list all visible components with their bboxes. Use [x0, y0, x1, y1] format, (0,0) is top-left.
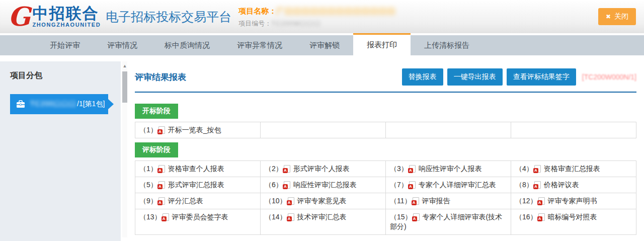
report-cell[interactable]: （1）开标一览表_按包 [135, 122, 261, 138]
pdf-icon[interactable] [284, 165, 290, 173]
project-name-value-redacted: 广口口口口口口口口口口口口口 [276, 7, 396, 15]
platform-title: 电子招标投标交易平台 [106, 9, 231, 25]
sidebar-title: 项目分包 [0, 61, 121, 81]
tab-review-status[interactable]: 评审情况 [94, 35, 151, 55]
report-cell[interactable]: （14）技术评审汇总表 [261, 209, 386, 235]
pdf-icon[interactable] [163, 213, 169, 221]
pdf-icon[interactable] [534, 165, 541, 173]
report-grid-evaluation: （1）资格审查个人报表（2）形式评审个人报表（3）响应性评审个人报表（4）资格审… [135, 160, 636, 235]
brand-name-en: ZHONGZHAOUNITED [32, 22, 101, 28]
main-header: 评审结果报表 替换报表 一键导出报表 查看评标结果签字 [TC200W000N/… [135, 61, 636, 93]
section-evaluation-stage: 评标阶段 （1）资格审查个人报表（2）形式评审个人报表（3）响应性评审个人报表（… [135, 142, 636, 235]
report-cell[interactable]: （7）专家个人详细评审汇总表 [386, 177, 511, 193]
report-cell[interactable]: （12）评审专家声明书 [511, 193, 636, 209]
report-number: （13） [139, 213, 162, 221]
logo-g-icon: G [8, 5, 30, 29]
report-name[interactable]: 开标一览表_按包 [168, 126, 221, 134]
package-label: /1[第1包] [77, 100, 105, 109]
report-cell[interactable]: （3）响应性评审个人报表 [386, 161, 511, 177]
pdf-icon[interactable] [158, 197, 165, 205]
report-number: （16） [515, 213, 537, 221]
report-name[interactable]: 评审专家声明书 [548, 197, 597, 205]
report-name[interactable]: 价格评议表 [544, 181, 579, 189]
report-name[interactable]: 评审专家意见表 [297, 197, 347, 205]
report-cell[interactable]: （9）评分汇总表 [135, 193, 261, 209]
reference-code-redacted: [TC200W000N/1] [582, 73, 636, 81]
report-number: （5） [139, 181, 157, 189]
sidebar-item-package-1[interactable]: TC200口口口 /1[第1包] [10, 94, 108, 114]
tab-review-unlock[interactable]: 评审解锁 [296, 35, 353, 55]
tab-start-review[interactable]: 开始评审 [36, 35, 94, 55]
tab-bar: 开始评审 评审情况 标中质询情况 评审异常情况 评审解锁 报表打印 上传清标报告 [0, 33, 644, 55]
section-badge-opening: 开标阶段 [135, 104, 178, 119]
report-number: （3） [390, 165, 408, 173]
section-opening-stage: 开标阶段 （1）开标一览表_按包 [135, 104, 636, 138]
pdf-icon[interactable] [284, 181, 290, 189]
pdf-icon[interactable] [538, 213, 545, 221]
report-cell[interactable]: （15）专家个人详细评审表(技术部分) [386, 209, 511, 235]
tab-upload-clear-bid-report[interactable]: 上传清标报告 [411, 35, 483, 55]
tab-bid-inquiry-status[interactable]: 标中质询情况 [151, 35, 223, 55]
pdf-icon[interactable] [413, 197, 419, 205]
report-name[interactable]: 评审委员会签字表 [172, 213, 228, 221]
view-signature-button[interactable]: 查看评标结果签字 [507, 68, 576, 86]
pdf-icon[interactable] [288, 197, 294, 205]
report-cell-empty [386, 122, 511, 138]
report-name[interactable]: 专家个人详细评审汇总表 [419, 181, 496, 189]
header-actions: 替换报表 一键导出报表 查看评标结果签字 [TC200W000N/1] [402, 68, 636, 86]
pdf-icon[interactable] [538, 197, 545, 205]
brand-logo: G 中招联合 ZHONGZHAOUNITED 电子招标投标交易平台 [8, 5, 231, 29]
report-number: （15） [390, 213, 412, 221]
report-cell[interactable]: （2）形式评审个人报表 [261, 161, 386, 177]
main-panel: 评审结果报表 替换报表 一键导出报表 查看评标结果签字 [TC200W000N/… [135, 61, 636, 241]
report-number: （2） [265, 165, 283, 173]
report-cell[interactable]: （16）暗标编号对照表 [511, 209, 636, 235]
report-grid-opening: （1）开标一览表_按包 [135, 122, 636, 138]
report-name[interactable]: 响应性评审汇总报表 [293, 181, 357, 189]
report-cell-empty [511, 122, 636, 138]
report-number: （6） [265, 181, 283, 189]
report-cell[interactable]: （13）评审委员会签字表 [135, 209, 261, 235]
report-cell[interactable]: （6）响应性评审汇总报表 [261, 177, 386, 193]
pdf-icon[interactable] [413, 213, 420, 221]
report-name[interactable]: 评分汇总表 [168, 197, 203, 205]
pdf-icon[interactable] [288, 213, 294, 221]
report-name[interactable]: 资格审查汇总报表 [544, 165, 600, 173]
report-cell[interactable]: （5）形式评审汇总报表 [135, 177, 261, 193]
scrollbar-thumb[interactable] [122, 71, 127, 103]
report-cell[interactable]: （8）价格评议表 [511, 177, 636, 193]
pdf-icon[interactable] [158, 126, 165, 134]
export-report-button[interactable]: 一键导出报表 [447, 68, 503, 86]
report-name[interactable]: 响应性评审个人报表 [419, 165, 482, 173]
report-name[interactable]: 形式评审汇总报表 [168, 181, 224, 189]
report-cell[interactable]: （10）评审专家意见表 [261, 193, 386, 209]
report-number: （14） [265, 213, 287, 221]
replace-report-button[interactable]: 替换报表 [402, 68, 443, 86]
report-name[interactable]: 资格审查个人报表 [168, 165, 224, 173]
page-title: 评审结果报表 [135, 71, 186, 83]
report-number: （10） [265, 197, 287, 205]
tab-review-exception[interactable]: 评审异常情况 [223, 35, 296, 55]
report-cell[interactable]: （1）资格审查个人报表 [135, 161, 261, 177]
pdf-icon[interactable] [409, 165, 416, 173]
close-button[interactable]: ✖ 关闭 [598, 8, 636, 25]
project-info: 项目名称：广口口口口口口口口口口口口口 项目编号：TC200W口口口 [238, 6, 396, 28]
report-name[interactable]: 形式评审个人报表 [293, 165, 350, 173]
report-cell[interactable]: （11）评审报告 [386, 193, 511, 209]
sidebar-scrollbar[interactable]: ▲ [122, 61, 127, 237]
scrollbar-up-icon[interactable]: ▲ [123, 61, 127, 68]
report-number: （4） [515, 165, 533, 173]
project-number-value-redacted: TC200W口口口 [271, 20, 321, 27]
report-name[interactable]: 技术评审汇总表 [297, 213, 347, 221]
report-number: （8） [515, 181, 533, 189]
pdf-icon[interactable] [409, 181, 416, 189]
pdf-icon[interactable] [158, 165, 165, 173]
pdf-icon[interactable] [158, 181, 165, 189]
report-number: （7） [390, 181, 408, 189]
report-name[interactable]: 评审报告 [422, 197, 450, 205]
tab-report-print[interactable]: 报表打印 [353, 33, 411, 55]
report-number: （1） [139, 165, 157, 173]
report-cell[interactable]: （4）资格审查汇总报表 [511, 161, 636, 177]
pdf-icon[interactable] [534, 181, 541, 189]
report-name[interactable]: 暗标编号对照表 [548, 213, 597, 221]
